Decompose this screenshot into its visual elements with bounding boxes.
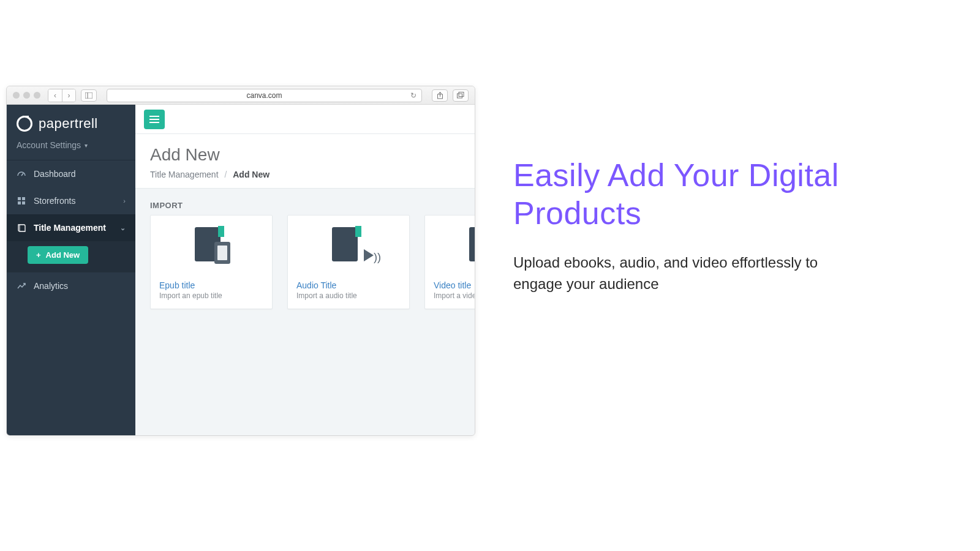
tablet-icon (214, 242, 230, 264)
svg-rect-9 (22, 201, 25, 204)
book-icon (469, 227, 475, 261)
content-area: Add New Title Management / Add New IMPOR… (135, 105, 475, 435)
ribbon-icon (355, 226, 361, 237)
plus-icon: + (36, 250, 41, 260)
browser-chrome: ‹ › canva.com ↻ (7, 86, 475, 105)
card-title: Video title (425, 274, 475, 291)
sidebar-item-label: Dashboard (34, 169, 76, 179)
app-shell: papertrell Account Settings ▾ Dashboard (7, 105, 475, 435)
import-card-epub[interactable]: Epub title Import an epub title (150, 215, 273, 309)
breadcrumb-current: Add New (233, 170, 270, 179)
svg-rect-6 (18, 197, 21, 200)
sidebar-item-title-management[interactable]: Title Management ⌄ (7, 214, 135, 241)
svg-line-5 (21, 173, 23, 176)
breadcrumb-separator: / (224, 170, 227, 179)
window-controls[interactable] (13, 92, 40, 99)
svg-rect-4 (459, 92, 464, 97)
svg-rect-7 (22, 197, 25, 200)
chevron-right-icon: › (123, 197, 126, 204)
chart-line-icon (17, 281, 26, 291)
promo-headline: Easily Add Your Digital Products (513, 156, 856, 233)
maximize-icon[interactable] (34, 92, 40, 99)
forward-button[interactable]: › (62, 89, 75, 102)
sidebar-toggle-icon[interactable] (81, 89, 97, 102)
gauge-icon (17, 169, 26, 179)
chevron-down-icon: ⌄ (120, 224, 126, 232)
import-cards-row: Epub title Import an epub title )) (135, 215, 475, 324)
menu-toggle-button[interactable] (144, 110, 165, 129)
title-management-submenu: + Add New (7, 241, 135, 272)
logo-icon (17, 116, 32, 132)
hamburger-icon (149, 119, 159, 120)
svg-rect-8 (18, 201, 21, 204)
sidebar-item-label: Title Management (34, 223, 106, 233)
card-illustration (425, 216, 475, 274)
breadcrumb-root[interactable]: Title Management (150, 170, 219, 179)
brand-name: papertrell (39, 116, 98, 132)
account-settings-dropdown[interactable]: Account Settings ▾ (7, 134, 135, 160)
reload-icon[interactable]: ↻ (410, 91, 417, 100)
promo-copy: Easily Add Your Digital Products Upload … (513, 156, 856, 294)
breadcrumb: Title Management / Add New (150, 170, 460, 179)
sound-waves-icon: )) (374, 252, 381, 263)
book-icon (17, 223, 26, 233)
card-subtitle: Import a video title (425, 291, 475, 309)
svg-rect-3 (458, 94, 462, 98)
sidebar-item-label: Storefronts (34, 196, 75, 206)
account-settings-label: Account Settings (17, 140, 81, 150)
close-icon[interactable] (13, 92, 20, 99)
url-text: canva.com (246, 91, 282, 100)
nav-arrows: ‹ › (48, 89, 76, 102)
back-button[interactable]: ‹ (48, 89, 62, 102)
brand: papertrell (7, 105, 135, 134)
grid-icon (17, 196, 26, 206)
import-card-video[interactable]: Video title Import a video title (424, 215, 475, 309)
ribbon-icon (218, 226, 224, 237)
section-label: IMPORT (135, 189, 475, 215)
card-title: Epub title (151, 274, 272, 291)
add-new-label: Add New (46, 250, 80, 260)
sidebar-item-label: Analytics (34, 281, 68, 291)
speaker-icon (364, 249, 374, 261)
sidebar-item-dashboard[interactable]: Dashboard (7, 160, 135, 187)
book-icon (332, 227, 358, 261)
minimize-icon[interactable] (23, 92, 30, 99)
sidebar: papertrell Account Settings ▾ Dashboard (7, 105, 135, 435)
address-bar[interactable]: canva.com ↻ (107, 89, 422, 102)
page-title: Add New (150, 145, 460, 165)
share-icon[interactable] (432, 89, 448, 102)
chrome-right-tools (432, 89, 469, 102)
tabs-icon[interactable] (453, 89, 469, 102)
import-card-audio[interactable]: )) Audio Title Import a audio title (287, 215, 410, 309)
page-header: Add New Title Management / Add New (135, 134, 475, 189)
card-subtitle: Import an epub title (151, 291, 272, 309)
card-subtitle: Import a audio title (288, 291, 409, 309)
sidebar-menu: Dashboard Storefronts › Title Manage (7, 160, 135, 299)
browser-window: ‹ › canva.com ↻ (6, 86, 475, 436)
topbar (135, 105, 475, 134)
card-title: Audio Title (288, 274, 409, 291)
card-illustration: )) (288, 216, 409, 274)
sidebar-item-analytics[interactable]: Analytics (7, 272, 135, 299)
promo-body: Upload ebooks, audio, and video effortle… (513, 252, 856, 295)
caret-down-icon: ▾ (85, 142, 88, 149)
card-illustration (151, 216, 272, 274)
svg-rect-0 (85, 92, 92, 99)
add-new-button[interactable]: + Add New (28, 246, 88, 264)
sidebar-item-storefronts[interactable]: Storefronts › (7, 187, 135, 214)
